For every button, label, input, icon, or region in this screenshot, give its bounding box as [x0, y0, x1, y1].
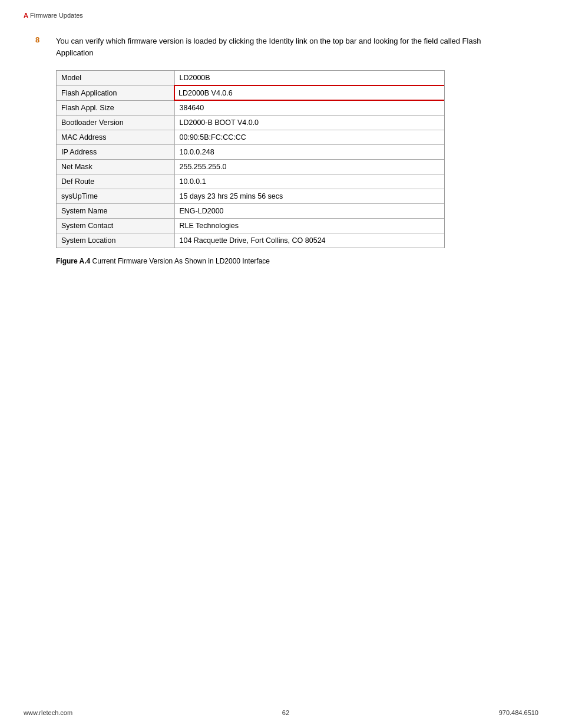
table-row-value: 104 Racquette Drive, Fort Collins, CO 80… [174, 233, 444, 248]
table-row-value: 255.255.255.0 [174, 160, 444, 174]
table-row-value: 384640 [174, 100, 444, 116]
table-row-value: 10.0.0.248 [174, 145, 444, 160]
table-row: System Location104 Racquette Drive, Fort… [57, 233, 444, 248]
table-row: Flash ApplicationLD2000B V4.0.6 [57, 85, 444, 100]
figure-caption-text: Current Firmware Version As Shown in LD2… [90, 257, 270, 265]
table-row: Def Route10.0.0.1 [57, 174, 444, 189]
table-row: Net Mask255.255.255.0 [57, 160, 444, 174]
content-area: 8 You can verify which firmware version … [35, 35, 527, 265]
table-row: Flash Appl. Size384640 [57, 100, 444, 116]
table-row-value: RLE Technologies [174, 219, 444, 233]
footer-right: 970.484.6510 [499, 709, 538, 716]
table-row-value: 15 days 23 hrs 25 mins 56 secs [174, 189, 444, 204]
step-block: 8 You can verify which firmware version … [35, 35, 527, 58]
step-text: You can verify which firmware version is… [56, 35, 498, 58]
firmware-table: ModelLD2000BFlash ApplicationLD2000B V4.… [57, 71, 444, 248]
table-row-value: 00:90:5B:FC:CC:CC [174, 130, 444, 145]
breadcrumb-letter: A [24, 12, 28, 19]
table-row-value: LD2000B [174, 71, 444, 85]
figure-caption: Figure A.4 Current Firmware Version As S… [56, 257, 527, 265]
table-row-label: Net Mask [57, 160, 174, 174]
table-row-value: 10.0.0.1 [174, 174, 444, 189]
table-row: ModelLD2000B [57, 71, 444, 85]
table-row: sysUpTime15 days 23 hrs 25 mins 56 secs [57, 189, 444, 204]
table-row-label: MAC Address [57, 130, 174, 145]
table-row: System NameENG-LD2000 [57, 204, 444, 219]
table-row: System ContactRLE Technologies [57, 219, 444, 233]
footer-left: www.rletech.com [24, 709, 72, 716]
table-row: MAC Address00:90:5B:FC:CC:CC [57, 130, 444, 145]
footer: www.rletech.com 62 970.484.6510 [24, 709, 538, 716]
table-row: Bootloader VersionLD2000-B BOOT V4.0.0 [57, 116, 444, 130]
table-row-label: System Contact [57, 219, 174, 233]
figure-caption-bold: Figure A.4 [56, 257, 90, 265]
breadcrumb-section: Firmware Updates [30, 12, 83, 19]
table-row-label: Def Route [57, 174, 174, 189]
table-row-value: LD2000-B BOOT V4.0.0 [174, 116, 444, 130]
table-row-label: Model [57, 71, 174, 85]
table-row-label: Flash Appl. Size [57, 100, 174, 116]
table-row-label: Flash Application [57, 85, 174, 100]
table-row-label: System Location [57, 233, 174, 248]
page-container: A Firmware Updates 8 You can verify whic… [0, 0, 562, 728]
table-row-label: IP Address [57, 145, 174, 160]
table-row-label: Bootloader Version [57, 116, 174, 130]
table-row: IP Address10.0.0.248 [57, 145, 444, 160]
step-number: 8 [35, 35, 53, 58]
table-row-value: ENG-LD2000 [174, 204, 444, 219]
table-row-label: sysUpTime [57, 189, 174, 204]
table-row-value: LD2000B V4.0.6 [174, 85, 444, 100]
breadcrumb: A Firmware Updates [24, 12, 83, 19]
table-row-label: System Name [57, 204, 174, 219]
firmware-table-wrapper: ModelLD2000BFlash ApplicationLD2000B V4.… [56, 70, 445, 248]
footer-center: 62 [282, 709, 289, 716]
